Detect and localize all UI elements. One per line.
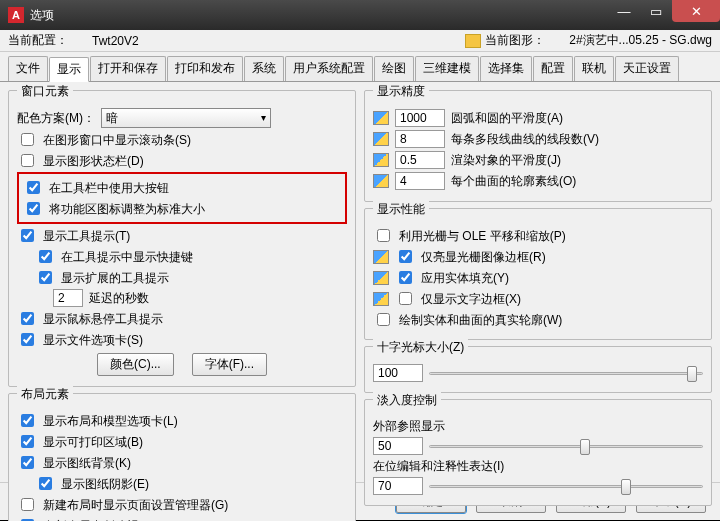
select-color-scheme[interactable]: 暗 [101,108,271,128]
chk-large-buttons[interactable] [27,181,40,194]
reg-icon [373,111,389,125]
maximize-button[interactable]: ▭ [640,0,672,22]
window-controls: — ▭ ✕ [608,0,720,22]
minimize-button[interactable]: — [608,0,640,22]
label-paper-bg: 显示图纸背景(K) [43,454,131,472]
tab-system[interactable]: 系统 [244,56,284,81]
chk-tooltips[interactable] [21,229,34,242]
label-true-silh: 绘制实体和曲面的真实轮廓(W) [399,311,562,329]
highlight-box: 在工具栏中使用大按钮 将功能区图标调整为标准大小 [17,172,347,224]
chk-printable-area[interactable] [21,435,34,448]
label-raster-ole: 利用光栅与 OLE 平移和缩放(P) [399,227,566,245]
tab-drafting[interactable]: 绘图 [374,56,414,81]
reg-icon [373,153,389,167]
label-scrollbars: 在图形窗口中显示滚动条(S) [43,131,191,149]
input-xref-fade[interactable] [373,437,423,455]
chk-raster-ole[interactable] [377,229,390,242]
legend-display-precision: 显示精度 [373,83,429,100]
window-title: 选项 [30,7,54,24]
options-dialog: A 选项 — ▭ ✕ 当前配置： Twt20V2 当前图形： 2#演艺中...0… [0,0,720,521]
input-delay-seconds[interactable] [53,289,83,307]
label-solid-fill: 应用实体填充(Y) [421,269,509,287]
input-polyline-segs[interactable] [395,130,445,148]
label-polyline-segs: 每条多段线曲线的线段数(V) [451,131,599,148]
chk-highlight-raster[interactable] [399,250,412,263]
input-inplace-fade[interactable] [373,477,423,495]
app-icon: A [8,7,24,23]
label-highlight-raster: 仅亮显光栅图像边框(R) [421,248,546,266]
btn-fonts[interactable]: 字体(F)... [192,353,267,376]
legend-fade-control: 淡入度控制 [373,392,441,409]
group-display-performance: 显示性能 利用光栅与 OLE 平移和缩放(P) 仅亮显光栅图像边框(R) 应用实… [364,208,712,340]
label-large-buttons: 在工具栏中使用大按钮 [49,179,169,197]
label-surface-contour: 每个曲面的轮廓素线(O) [451,173,576,190]
tab-tzheng[interactable]: 天正设置 [615,56,679,81]
group-display-precision: 显示精度 圆弧和圆的平滑度(A) 每条多段线曲线的线段数(V) 渲染对象的平滑度… [364,90,712,202]
chk-page-setup-mgr[interactable] [21,498,34,511]
legend-crosshair-size: 十字光标大小(Z) [373,339,468,356]
group-fade-control: 淡入度控制 外部参照显示 在位编辑和注释性表达(I) [364,399,712,506]
chk-ext-tooltip[interactable] [39,271,52,284]
chk-solid-fill[interactable] [399,271,412,284]
group-window-elements: 窗口元素 配色方案(M)： 暗 在图形窗口中显示滚动条(S) 显示图形状态栏(D… [8,90,356,387]
chk-paper-shadow[interactable] [39,477,52,490]
chk-paper-bg[interactable] [21,456,34,469]
chk-text-frame[interactable] [399,292,412,305]
input-arc-smoothness[interactable] [395,109,445,127]
label-render-smoothness: 渲染对象的平滑度(J) [451,152,561,169]
chk-tooltip-shortcut[interactable] [39,250,52,263]
chk-layout-model-tabs[interactable] [21,414,34,427]
label-paper-shadow: 显示图纸阴影(E) [61,475,149,493]
input-surface-contour[interactable] [395,172,445,190]
label-file-tabs: 显示文件选项卡(S) [43,331,143,349]
legend-display-performance: 显示性能 [373,201,429,218]
chk-true-silh[interactable] [377,313,390,326]
label-tooltips: 显示工具提示(T) [43,227,130,245]
current-profile-label: 当前配置： [8,32,68,49]
label-printable-area: 显示可打印区域(B) [43,433,143,451]
tab-plot-publish[interactable]: 打印和发布 [167,56,243,81]
label-text-frame: 仅显示文字边框(X) [421,290,521,308]
label-xref-fade: 外部参照显示 [373,417,445,435]
chk-scrollbars[interactable] [21,133,34,146]
label-inplace-fade: 在位编辑和注释性表达(I) [373,457,504,475]
chk-hover-tooltip[interactable] [21,312,34,325]
legend-layout-elements: 布局元素 [17,386,73,403]
content-area: 窗口元素 配色方案(M)： 暗 在图形窗口中显示滚动条(S) 显示图形状态栏(D… [0,82,720,482]
titlebar: A 选项 — ▭ ✕ [0,0,720,30]
label-layout-model-tabs: 显示布局和模型选项卡(L) [43,412,178,430]
slider-crosshair-size[interactable] [429,364,703,382]
slider-inplace-fade[interactable] [429,477,703,495]
tab-file[interactable]: 文件 [8,56,48,81]
input-render-smoothness[interactable] [395,151,445,169]
label-viewport-new: 在新布局中创建视口(N) [43,517,168,522]
btn-colors[interactable]: 颜色(C)... [97,353,174,376]
drawing-icon [465,34,481,48]
label-tooltip-shortcut: 在工具提示中显示快捷键 [61,248,193,266]
label-color-scheme: 配色方案(M)： [17,109,95,127]
chk-statusbar[interactable] [21,154,34,167]
chk-file-tabs[interactable] [21,333,34,346]
slider-xref-fade[interactable] [429,437,703,455]
right-column: 显示精度 圆弧和圆的平滑度(A) 每条多段线曲线的线段数(V) 渲染对象的平滑度… [364,90,712,474]
label-delay-seconds: 延迟的秒数 [89,289,149,307]
reg-icon [373,132,389,146]
tab-user-prefs[interactable]: 用户系统配置 [285,56,373,81]
label-ext-tooltip: 显示扩展的工具提示 [61,269,169,287]
left-column: 窗口元素 配色方案(M)： 暗 在图形窗口中显示滚动条(S) 显示图形状态栏(D… [8,90,356,474]
tab-selection[interactable]: 选择集 [480,56,532,81]
tab-profiles[interactable]: 配置 [533,56,573,81]
tab-3d-modeling[interactable]: 三维建模 [415,56,479,81]
label-statusbar: 显示图形状态栏(D) [43,152,144,170]
label-page-setup-mgr: 新建布局时显示页面设置管理器(G) [43,496,228,514]
tab-open-save[interactable]: 打开和保存 [90,56,166,81]
reg-icon [373,292,389,306]
tab-online[interactable]: 联机 [574,56,614,81]
input-crosshair-size[interactable] [373,364,423,382]
group-layout-elements: 布局元素 显示布局和模型选项卡(L) 显示可打印区域(B) 显示图纸背景(K) … [8,393,356,521]
tab-display[interactable]: 显示 [49,57,89,82]
chk-ribbon-std-size[interactable] [27,202,40,215]
tabs: 文件 显示 打开和保存 打印和发布 系统 用户系统配置 绘图 三维建模 选择集 … [0,52,720,82]
group-crosshair-size: 十字光标大小(Z) [364,346,712,393]
close-button[interactable]: ✕ [672,0,720,22]
